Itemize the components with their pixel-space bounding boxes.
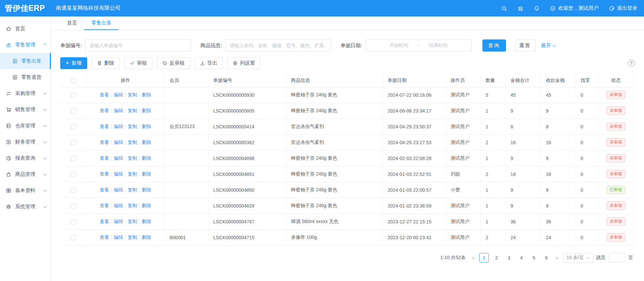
row-checkbox[interactable] [71, 188, 76, 193]
row-checkbox[interactable] [71, 93, 76, 98]
action-delete[interactable]: 删除 [142, 235, 151, 240]
row-checkbox[interactable] [71, 219, 76, 224]
column-settings-button[interactable]: 列设置 [227, 57, 261, 69]
reset-button[interactable]: 重置 [515, 39, 536, 52]
sidebar-item-grid[interactable]: 基本资料 [0, 182, 51, 198]
table-body: 查看|编辑|复制|删除LSCK00000005930蜂蜜柚子茶 240g 黄色2… [60, 87, 634, 245]
cell-received: 9 [541, 182, 576, 198]
bell-icon[interactable] [534, 5, 540, 11]
order-no-input[interactable] [85, 39, 191, 52]
expand-link[interactable]: 展开 [541, 42, 555, 49]
page-button-1[interactable]: 1 [479, 253, 489, 262]
action-view[interactable]: 查看 [100, 219, 109, 224]
action-delete[interactable]: 删除 [142, 171, 151, 177]
sidebar-item-finance[interactable]: 财务管理 [0, 134, 51, 150]
action-copy[interactable]: 复制 [128, 108, 137, 113]
bank-icon[interactable] [517, 5, 523, 11]
add-button[interactable]: + 新增 [60, 57, 87, 69]
action-edit[interactable]: 编辑 [114, 108, 123, 113]
sidebar-item-shop[interactable]: 零售管理 [0, 37, 51, 53]
action-view[interactable]: 查看 [100, 171, 109, 177]
action-delete[interactable]: 删除 [142, 219, 151, 224]
logout-button[interactable]: 退出登录 [609, 5, 637, 11]
action-copy[interactable]: 复制 [128, 124, 137, 129]
action-view[interactable]: 查看 [100, 139, 109, 145]
row-checkbox[interactable] [71, 140, 76, 145]
page-button-5[interactable]: 5 [529, 253, 539, 262]
action-copy[interactable]: 复制 [128, 187, 137, 192]
sidebar-item-cart[interactable]: 销售管理 [0, 101, 51, 118]
select-all-checkbox[interactable] [71, 78, 76, 83]
action-edit[interactable]: 编辑 [114, 139, 123, 145]
action-copy[interactable]: 复制 [128, 92, 137, 97]
product-info-input[interactable] [225, 39, 331, 52]
action-edit[interactable]: 编辑 [114, 155, 123, 161]
row-checkbox[interactable] [71, 108, 76, 114]
page-button-4[interactable]: 4 [517, 253, 526, 262]
action-view[interactable]: 查看 [100, 235, 109, 240]
action-delete[interactable]: 删除 [142, 92, 151, 97]
table-row: 查看|编辑|复制|删除LSCK00000005362雷达杀虫气雾剂2024-04… [60, 134, 634, 150]
page-button-6[interactable]: 6 [542, 253, 551, 262]
delete-button[interactable]: 删除 [92, 57, 120, 69]
cell-operator: 刘能 [446, 166, 481, 182]
date-range-input[interactable]: 开始时间 ~ 结束时间 [366, 39, 472, 52]
col-member: 会员 [165, 74, 208, 87]
sidebar-subitem[interactable]: 零售出库 [0, 53, 51, 69]
sidebar-item-sync[interactable]: 采购管理 [0, 85, 51, 101]
action-delete[interactable]: 删除 [142, 187, 151, 192]
help-icon[interactable]: ? [628, 60, 635, 67]
action-view[interactable]: 查看 [100, 108, 109, 113]
action-delete[interactable]: 删除 [142, 108, 151, 113]
row-checkbox[interactable] [71, 156, 76, 161]
user-welcome[interactable]: 欢迎您，测试用户 [550, 5, 599, 11]
action-copy[interactable]: 复制 [128, 235, 137, 240]
sidebar-item-pie[interactable]: 报表查询 [0, 150, 51, 166]
action-edit[interactable]: 编辑 [114, 235, 123, 240]
action-copy[interactable]: 复制 [128, 203, 137, 208]
unaudit-button[interactable]: 反审核 [157, 57, 190, 69]
action-copy[interactable]: 复制 [128, 219, 137, 224]
action-view[interactable]: 查看 [100, 92, 109, 97]
action-view[interactable]: 查看 [100, 124, 109, 129]
action-copy[interactable]: 复制 [128, 139, 137, 145]
row-checkbox[interactable] [71, 172, 76, 177]
prev-page-icon[interactable]: < [471, 255, 476, 261]
row-checkbox[interactable] [71, 204, 76, 209]
sidebar-item-cabinet[interactable]: 仓库管理 [0, 118, 51, 134]
sidebar-item-bag[interactable]: 商品管理 [0, 166, 51, 182]
action-delete[interactable]: 删除 [142, 203, 151, 208]
next-page-icon[interactable]: > [554, 255, 560, 261]
jump-page-input[interactable] [609, 253, 625, 262]
tab-home[interactable]: 首页 [60, 17, 84, 30]
row-checkbox[interactable] [71, 124, 76, 129]
action-edit[interactable]: 编辑 [114, 203, 123, 208]
action-delete[interactable]: 删除 [142, 155, 151, 161]
search-button[interactable]: 查询 [482, 39, 506, 52]
tab-retail-outbound[interactable]: 零售出库 [84, 17, 118, 30]
search-icon[interactable] [501, 5, 507, 11]
page-button-2[interactable]: 2 [492, 253, 501, 262]
sidebar-item-gear[interactable]: 系统管理 [0, 198, 51, 215]
action-edit[interactable]: 编辑 [114, 219, 123, 224]
action-edit[interactable]: 编辑 [114, 171, 123, 177]
row-checkbox[interactable] [71, 235, 76, 240]
action-delete[interactable]: 删除 [142, 139, 151, 145]
action-view[interactable]: 查看 [100, 155, 109, 161]
audit-button[interactable]: 审核 [124, 57, 152, 69]
action-edit[interactable]: 编辑 [114, 124, 123, 129]
action-delete[interactable]: 删除 [142, 124, 151, 129]
jump-suffix: 页 [628, 255, 633, 261]
page-size-select[interactable]: 10 条/页 [563, 253, 593, 263]
cell-product: 蜂蜜柚子茶 240g 黄色 [286, 166, 383, 182]
export-button[interactable]: 导出 [195, 57, 223, 69]
sidebar-subitem[interactable]: 零售退货 [0, 69, 51, 85]
action-copy[interactable]: 复制 [128, 171, 137, 177]
action-edit[interactable]: 编辑 [114, 187, 123, 192]
action-edit[interactable]: 编辑 [114, 92, 123, 97]
action-view[interactable]: 查看 [100, 187, 109, 192]
page-button-3[interactable]: 3 [504, 253, 514, 262]
action-view[interactable]: 查看 [100, 203, 109, 208]
sidebar-item-home[interactable]: 首页 [0, 21, 51, 37]
action-copy[interactable]: 复制 [128, 155, 137, 161]
